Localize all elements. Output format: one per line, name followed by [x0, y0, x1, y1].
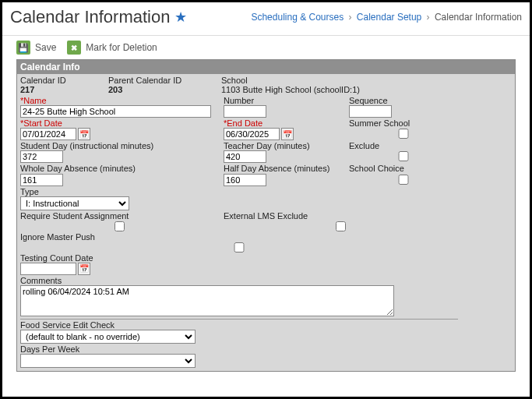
- require-assign-label: Require Student Assignment: [20, 211, 219, 221]
- ignore-master-label: Ignore Master Push: [20, 232, 458, 242]
- breadcrumb-link-calendar-setup[interactable]: Calendar Setup: [357, 12, 421, 23]
- testing-count-input[interactable]: [20, 263, 76, 275]
- testing-count-label: Testing Count Date: [20, 253, 458, 263]
- school-label: School: [221, 76, 360, 85]
- save-icon: [16, 41, 30, 55]
- chevron-right-icon: ›: [349, 12, 352, 23]
- calendar-icon[interactable]: 📅: [78, 263, 90, 275]
- breadcrumb: Scheduling & Courses › Calendar Setup › …: [251, 12, 522, 23]
- end-date-input[interactable]: [224, 128, 280, 140]
- toolbar: Save Mark for Deletion: [2, 41, 530, 59]
- calendar-icon[interactable]: 📅: [78, 128, 90, 140]
- whole-day-input[interactable]: [20, 174, 63, 186]
- calendar-id-label: Calendar ID: [20, 76, 108, 85]
- food-service-select[interactable]: (default to blank - no override): [20, 330, 196, 344]
- page-title: Calendar Information: [10, 7, 170, 27]
- summer-checkbox[interactable]: [349, 129, 458, 139]
- ignore-master-checkbox[interactable]: [20, 242, 458, 252]
- calendar-icon[interactable]: 📅: [281, 128, 294, 140]
- save-label: Save: [35, 42, 56, 53]
- teacher-day-label: Teacher Day (minutes): [224, 141, 344, 150]
- save-button[interactable]: Save: [16, 41, 56, 55]
- school-value: 1103 Butte High School (schoolID:1): [221, 85, 360, 94]
- number-label: Number: [224, 96, 344, 105]
- panel-header: Calendar Info: [17, 60, 515, 74]
- name-input[interactable]: [20, 105, 211, 118]
- parent-id-label: Parent Calendar ID: [108, 76, 221, 85]
- whole-day-label: Whole Day Absence (minutes): [20, 164, 219, 173]
- calendar-id-value: 217: [20, 85, 108, 94]
- comments-label: Comments: [20, 276, 458, 285]
- calendar-info-panel: Calendar Info Calendar ID 217 Parent Cal…: [16, 59, 516, 372]
- start-date-label: *Start Date: [20, 118, 219, 128]
- comments-textarea[interactable]: [20, 285, 394, 316]
- breadcrumb-current: Calendar Information: [435, 12, 522, 23]
- days-per-week-select[interactable]: [20, 354, 196, 368]
- food-service-label: Food Service Edit Check: [20, 320, 458, 330]
- student-day-label: Student Day (instructional minutes): [20, 141, 219, 150]
- number-input[interactable]: [224, 105, 266, 118]
- name-label: *Name: [20, 96, 219, 105]
- summer-label: Summer School: [349, 118, 458, 128]
- chevron-right-icon: ›: [427, 12, 430, 23]
- school-choice-checkbox[interactable]: [349, 175, 458, 185]
- star-icon[interactable]: ★: [174, 9, 187, 26]
- exclude-label: Exclude: [349, 141, 458, 150]
- parent-id-value: 203: [108, 85, 221, 94]
- end-date-label: *End Date: [224, 118, 344, 128]
- delete-label: Mark for Deletion: [86, 42, 157, 53]
- start-date-input[interactable]: [20, 128, 76, 140]
- half-day-input[interactable]: [224, 174, 266, 186]
- days-per-week-label: Days Per Week: [20, 344, 458, 354]
- exclude-checkbox[interactable]: [349, 151, 458, 161]
- require-assign-checkbox[interactable]: [20, 221, 219, 231]
- type-select[interactable]: I: Instructional: [20, 196, 129, 210]
- ext-lms-checkbox[interactable]: [224, 221, 458, 231]
- ext-lms-label: External LMS Exclude: [224, 211, 458, 221]
- delete-icon: [67, 41, 81, 55]
- divider: [2, 35, 530, 36]
- breadcrumb-link-scheduling[interactable]: Scheduling & Courses: [251, 12, 344, 23]
- mark-delete-button[interactable]: Mark for Deletion: [67, 41, 157, 55]
- sequence-input[interactable]: [349, 105, 392, 118]
- teacher-day-input[interactable]: [224, 150, 266, 163]
- school-choice-label: School Choice: [349, 164, 458, 173]
- sequence-label: Sequence: [349, 96, 458, 105]
- student-day-input[interactable]: [20, 150, 63, 163]
- half-day-label: Half Day Absence (minutes): [224, 164, 344, 173]
- type-label: Type: [20, 187, 458, 196]
